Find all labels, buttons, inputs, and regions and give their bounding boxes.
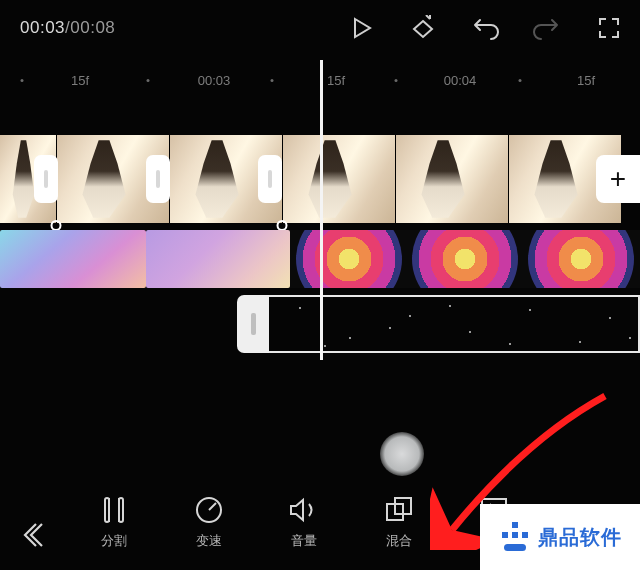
ruler-label: 00:03 — [198, 73, 231, 88]
watermark: 鼎品软件 — [480, 504, 640, 570]
video-clip[interactable] — [282, 135, 395, 223]
effect-clip[interactable] — [522, 230, 640, 288]
svg-rect-10 — [512, 532, 518, 538]
ruler-label: 15f — [577, 73, 595, 88]
top-icon-group — [330, 0, 640, 55]
effect-clip[interactable] — [0, 230, 146, 288]
blend-icon — [381, 494, 417, 526]
svg-rect-9 — [502, 532, 508, 538]
time-current: 00:03 — [20, 18, 65, 37]
tool-split[interactable]: 分割 — [66, 494, 161, 570]
tool-speed[interactable]: 变速 — [161, 494, 256, 570]
transition-button[interactable] — [34, 155, 58, 203]
transition-button[interactable] — [146, 155, 170, 203]
touch-indicator — [380, 432, 424, 476]
playback-time: 00:03/00:08 — [20, 18, 115, 38]
tool-label: 变速 — [196, 532, 222, 550]
ruler-label: 00:04 — [444, 73, 477, 88]
split-icon — [96, 494, 132, 526]
play-button[interactable] — [330, 0, 392, 55]
svg-rect-8 — [512, 522, 518, 528]
audio-clip-handle[interactable] — [237, 295, 269, 353]
watermark-text: 鼎品软件 — [538, 524, 622, 551]
tool-label: 混合 — [386, 532, 412, 550]
svg-rect-2 — [119, 498, 123, 522]
svg-rect-12 — [504, 544, 526, 551]
redo-button[interactable] — [516, 0, 578, 55]
time-total: 00:08 — [70, 18, 115, 37]
undo-button[interactable] — [454, 0, 516, 55]
speed-icon — [191, 494, 227, 526]
add-clip-button[interactable]: + — [596, 155, 640, 203]
top-bar: 00:03/00:08 — [0, 0, 640, 55]
effect-clip[interactable] — [408, 230, 522, 288]
transition-button[interactable] — [258, 155, 282, 203]
svg-marker-0 — [355, 19, 370, 37]
video-clip[interactable] — [395, 135, 508, 223]
audio-clip[interactable] — [269, 295, 640, 353]
svg-rect-11 — [522, 532, 528, 538]
tool-volume[interactable]: 音量 — [256, 494, 351, 570]
ruler-label: 15f — [71, 73, 89, 88]
effect-clip[interactable] — [290, 230, 408, 288]
tool-label: 音量 — [291, 532, 317, 550]
playhead[interactable] — [320, 60, 323, 360]
svg-rect-1 — [105, 498, 109, 522]
audio-track[interactable] — [237, 295, 640, 353]
ruler-tick — [147, 79, 150, 82]
tool-label: 分割 — [101, 532, 127, 550]
ruler-tick — [271, 79, 274, 82]
tool-blend[interactable]: 混合 — [351, 494, 446, 570]
ruler-tick — [395, 79, 398, 82]
keyframe-button[interactable] — [392, 0, 454, 55]
effect-clip[interactable] — [146, 230, 290, 288]
back-button[interactable] — [0, 494, 66, 570]
fullscreen-button[interactable] — [578, 0, 640, 55]
ruler-tick — [21, 79, 24, 82]
ruler-tick — [519, 79, 522, 82]
watermark-logo-icon — [498, 520, 532, 554]
volume-icon — [286, 494, 322, 526]
ruler-label: 15f — [327, 73, 345, 88]
